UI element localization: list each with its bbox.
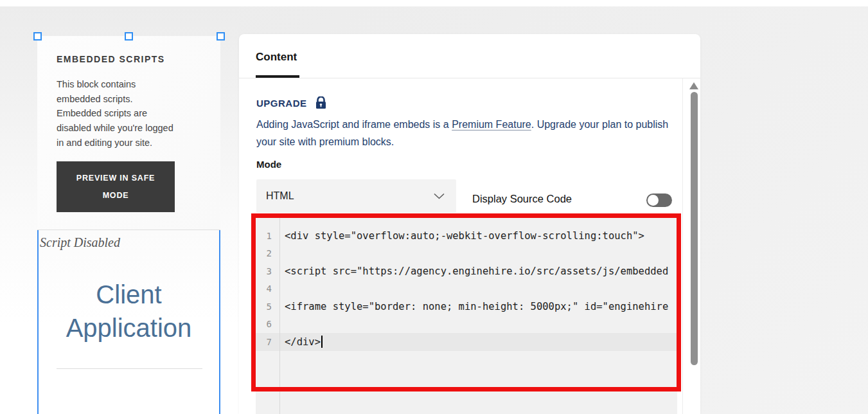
selection-handle-top-center[interactable]	[125, 32, 133, 40]
toggle-knob	[648, 195, 659, 206]
mode-label: Mode	[256, 159, 281, 170]
embedded-scripts-block[interactable]: EMBEDDED SCRIPTS This block contains emb…	[37, 36, 220, 230]
top-strip	[0, 0, 868, 6]
description-line: in and editing your site.	[57, 136, 198, 150]
upgrade-row: UPGRADE	[256, 96, 326, 109]
panel-header-border	[239, 78, 700, 78]
code-line[interactable]: 2	[256, 245, 677, 263]
client-application-heading: Client Application	[37, 278, 220, 345]
description-line: This block contains	[57, 77, 198, 92]
script-disabled-label: Script Disabled	[40, 235, 120, 250]
code-line[interactable]: 1 <div style="overflow:auto;-webkit-over…	[256, 227, 677, 245]
page: EMBEDDED SCRIPTS This block contains emb…	[0, 0, 868, 414]
code-text: </div>	[279, 336, 677, 348]
line-number: 1	[256, 231, 279, 241]
gutter-separator	[279, 218, 280, 414]
code-text: <iframe style="border: none; min-height:…	[279, 301, 677, 312]
line-number: 7	[256, 337, 279, 347]
description-line: embedded scripts.	[57, 92, 198, 107]
description-line: Embedded scripts are	[57, 106, 198, 121]
scrollbar-thumb[interactable]	[691, 92, 698, 365]
block-description: This block contains embedded scripts. Em…	[57, 77, 198, 150]
upgrade-label: UPGRADE	[256, 98, 307, 109]
premium-message-prefix: Adding JavaScript and iframe embeds is a	[256, 119, 452, 130]
scroll-area-edge	[682, 78, 683, 414]
line-number: 3	[256, 266, 279, 276]
tab-content[interactable]: Content	[256, 51, 297, 64]
premium-message: Adding JavaScript and iframe embeds is a…	[256, 116, 673, 150]
premium-feature-link[interactable]: Premium Feature	[452, 119, 531, 130]
line-number: 4	[256, 284, 279, 294]
code-editor[interactable]: 1 <div style="overflow:auto;-webkit-over…	[256, 218, 677, 414]
code-lines: 1 <div style="overflow:auto;-webkit-over…	[256, 218, 677, 351]
display-source-code-label: Display Source Code	[472, 193, 572, 205]
code-line[interactable]: 3 <script src="https://agency.enginehire…	[256, 262, 677, 280]
mode-selected-value: HTML	[266, 190, 294, 202]
line-number: 5	[256, 302, 279, 312]
code-line-active[interactable]: 7 </div>	[256, 333, 677, 351]
selection-handle-top-left[interactable]	[33, 32, 42, 40]
preview-divider	[57, 368, 202, 369]
block-title: EMBEDDED SCRIPTS	[57, 54, 165, 64]
selection-handle-top-right[interactable]	[217, 32, 225, 40]
code-line[interactable]: 6	[256, 316, 677, 334]
code-text: <script src="https://agency.enginehire.i…	[279, 266, 677, 277]
text-cursor	[321, 336, 323, 348]
code-text: <div style="overflow:auto;-webkit-overfl…	[279, 230, 677, 242]
display-source-code-toggle[interactable]	[646, 194, 672, 207]
line-number: 2	[256, 248, 279, 258]
code-line[interactable]: 4	[256, 280, 677, 298]
description-line: disabled while you're logged	[57, 121, 198, 136]
scrollbar-up-arrow-icon[interactable]	[689, 82, 698, 89]
line-number: 6	[256, 319, 279, 329]
preview-in-safe-mode-button[interactable]: PREVIEW IN SAFE MODE	[57, 161, 175, 212]
code-text-value: </div>	[285, 336, 321, 348]
lock-icon	[315, 96, 326, 109]
code-line[interactable]: 5 <iframe style="border: none; min-heigh…	[256, 298, 677, 316]
chevron-down-icon	[434, 193, 445, 199]
mode-select-dropdown[interactable]: HTML	[256, 179, 456, 213]
